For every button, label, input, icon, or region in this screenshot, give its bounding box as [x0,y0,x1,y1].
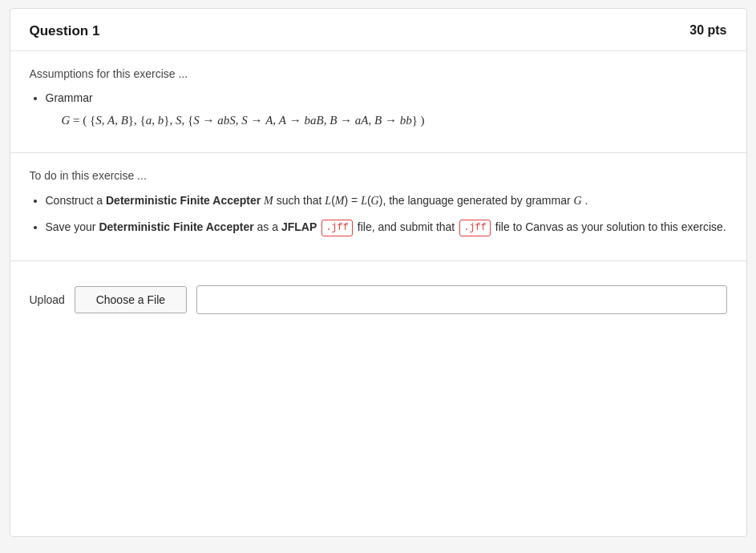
assumptions-label: Assumptions for this exercise ... [30,67,727,80]
choose-file-button[interactable]: Choose a File [75,286,187,313]
jflap-bold: JFLAP [281,220,317,233]
grammar-formula: G = ( {S, A, B}, {a, b}, S, {S → abS, S … [46,110,727,131]
todo-item-1: Construct a Deterministic Finite Accepte… [46,192,727,210]
dfa-bold-1: Deterministic Finite Accepter [106,194,261,207]
upload-file-input[interactable] [196,285,727,314]
upload-section: Upload Choose a File [10,261,746,338]
todo-item-2: Save your Deterministic Finite Accepter … [46,218,727,236]
upload-label: Upload [30,293,65,306]
grammar-label: Grammar [46,91,93,104]
question-header: Question 1 30 pts [10,9,746,51]
todo-item-1-text: Construct a Deterministic Finite Accepte… [46,194,588,207]
dfa-bold-2: Deterministic Finite Accepter [99,220,253,233]
jff-badge-1: .jff [321,220,353,236]
todo-section: To do in this exercise ... Construct a D… [10,153,746,261]
jff-badge-2: .jff [459,220,491,236]
assumptions-section: Assumptions for this exercise ... Gramma… [10,51,746,153]
assumptions-list: Grammar G = ( {S, A, B}, {a, b}, S, {S →… [30,90,727,131]
question-points: 30 pts [689,23,726,38]
todo-item-2-text: Save your Deterministic Finite Accepter … [46,220,726,233]
todo-list: Construct a Deterministic Finite Accepte… [30,192,727,236]
question-title: Question 1 [30,23,100,39]
question-card: Question 1 30 pts Assumptions for this e… [10,8,747,537]
grammar-item: Grammar G = ( {S, A, B}, {a, b}, S, {S →… [46,90,727,131]
todo-label: To do in this exercise ... [30,169,727,182]
